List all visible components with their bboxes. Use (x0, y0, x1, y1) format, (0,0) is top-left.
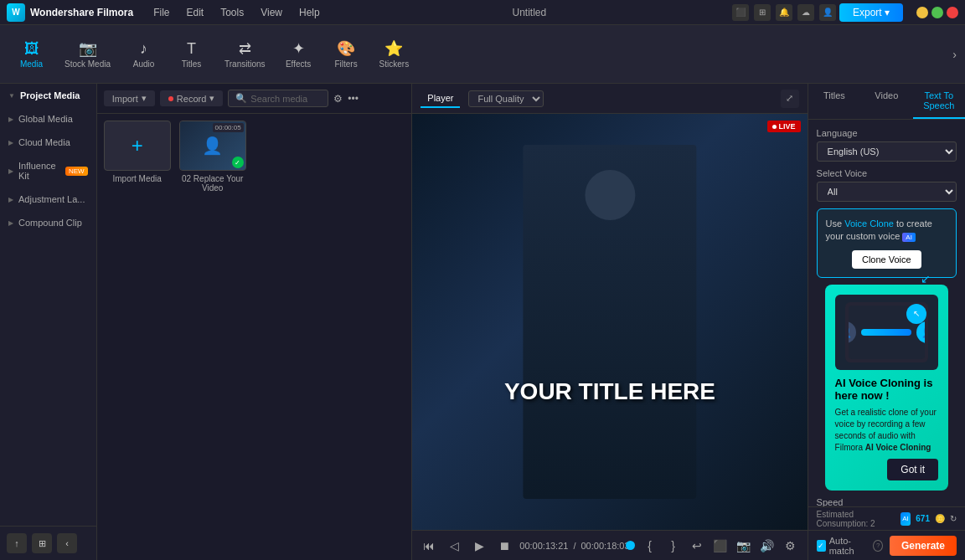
search-placeholder: Search media (250, 94, 307, 104)
tool-transitions[interactable]: ⇄ Transitions (216, 36, 274, 72)
current-time: 00:00:13:21 (519, 541, 568, 551)
icon-bell[interactable]: 🔔 (776, 4, 792, 21)
icon-user[interactable]: 👤 (819, 4, 836, 21)
speed-section: Speed Slow Normal Fast (817, 497, 957, 506)
extract-button[interactable]: ↩ (687, 536, 707, 556)
snapshot-button[interactable]: 📷 (734, 536, 754, 556)
toolbar: 🖼 Media 📷 Stock Media ♪ Audio T Titles ⇄… (0, 25, 965, 84)
bottom-icon-2[interactable]: ⊞ (32, 533, 52, 553)
left-panel: ▼ Project Media ▶ Global Media ▶ Cloud M… (0, 84, 97, 560)
skip-back-button[interactable]: ⏮ (419, 536, 439, 556)
mark-out-button[interactable]: } (663, 536, 684, 556)
tool-audio[interactable]: ♪ Audio (121, 37, 167, 72)
voice-label: Select Voice (817, 168, 957, 178)
tab-titles[interactable]: Titles (808, 84, 860, 119)
import-thumb[interactable]: + (104, 121, 171, 171)
media-item-video: 👤 00:00:05 ✓ 02 Replace Your Video (179, 121, 246, 193)
settings-button[interactable]: ⚙ (781, 536, 801, 556)
sidebar-label-project-media: Project Media (20, 90, 80, 100)
import-button[interactable]: Import ▾ (104, 90, 155, 106)
bottom-controls: ✓ Auto-match ? Generate (808, 530, 965, 560)
filter-icon[interactable]: ⚙ (333, 93, 343, 105)
close-button[interactable]: × (947, 7, 958, 18)
new-badge: NEW (65, 167, 88, 176)
sidebar-item-compound-clip[interactable]: ▶ Compound Clip (0, 211, 96, 234)
ai-popup-inner: 👤 👤 ↖ (845, 302, 928, 362)
record-button[interactable]: Record ▾ (160, 90, 223, 106)
tool-titles[interactable]: T Titles (168, 37, 214, 72)
sidebar-item-global-media[interactable]: ▶ Global Media (0, 107, 96, 131)
menu-view[interactable]: View (254, 5, 289, 20)
main-layout: ▼ Project Media ▶ Global Media ▶ Cloud M… (0, 84, 965, 560)
video-thumb[interactable]: 👤 00:00:05 ✓ (179, 121, 246, 171)
play-button[interactable]: ▶ (469, 536, 489, 556)
tool-effects[interactable]: ✦ Effects (276, 36, 322, 72)
live-badge: LIVE (767, 121, 801, 132)
menu-help[interactable]: Help (292, 5, 327, 20)
quality-select[interactable]: Full Quality (468, 90, 544, 107)
minimize-button[interactable]: − (916, 7, 928, 18)
language-select[interactable]: English (US) (817, 141, 957, 162)
bottom-icon-collapse[interactable]: ‹ (57, 533, 77, 553)
ai-popup-title: AI Voice Cloning is here now ! (835, 377, 938, 402)
toolbar-more[interactable]: › (952, 48, 957, 61)
coin-icon: 🪙 (935, 514, 945, 523)
bottom-icon-1[interactable]: ↑ (7, 533, 27, 553)
tab-player[interactable]: Player (421, 90, 460, 108)
sidebar-label-adjustment: Adjustment La... (18, 194, 85, 204)
voice-group: Select Voice All (817, 168, 957, 202)
auto-match-checkbox[interactable]: ✓ (817, 540, 826, 552)
ai-avatar-1: 👤 (849, 321, 856, 343)
expand-arrow-6: ▶ (8, 219, 13, 227)
menu-bar: W Wondershare Filmora File Edit Tools Vi… (0, 0, 965, 25)
app-logo: W Wondershare Filmora (7, 3, 133, 22)
sidebar-item-influence-kit[interactable]: ▶ Influence Kit NEW (0, 154, 96, 188)
sidebar-label-global-media: Global Media (18, 114, 73, 124)
menu-edit[interactable]: Edit (179, 5, 210, 20)
ai-cursor-icon: ↖ (906, 304, 926, 324)
live-dot (772, 125, 777, 129)
search-box[interactable]: 🔍 Search media (228, 90, 328, 107)
stop-button[interactable]: ⏹ (494, 536, 514, 556)
sidebar-item-cloud-media[interactable]: ▶ Cloud Media (0, 131, 96, 154)
tool-stickers[interactable]: ⭐ Stickers (371, 36, 418, 72)
tool-filters[interactable]: 🎨 Filters (323, 36, 369, 72)
total-time: 00:00:18:03 (581, 541, 629, 551)
tab-video[interactable]: Video (860, 84, 912, 119)
export-button[interactable]: Export ▾ (839, 3, 903, 22)
refresh-icon[interactable]: ↻ (950, 514, 957, 523)
tool-stock-media[interactable]: 📷 Stock Media (56, 36, 119, 72)
tool-media[interactable]: 🖼 Media (8, 37, 54, 72)
auto-match-label[interactable]: ✓ Auto-match (817, 536, 867, 556)
top-icons: ⬛ ⊞ 🔔 ☁ 👤 (732, 4, 836, 21)
menu-tools[interactable]: Tools (214, 5, 250, 20)
effects-icon: ✦ (292, 39, 305, 58)
preview-icon-expand[interactable]: ⤢ (781, 90, 799, 108)
screen-btn[interactable]: ⬛ (710, 536, 730, 556)
sidebar-item-project-media[interactable]: ▼ Project Media (0, 84, 96, 107)
consumption-number: 671 (916, 514, 930, 523)
volume-button[interactable]: 🔊 (757, 536, 777, 556)
step-back-button[interactable]: ◁ (444, 536, 464, 556)
sidebar-item-adjustment[interactable]: ▶ Adjustment La... (0, 188, 96, 211)
expand-arrow-5: ▶ (8, 196, 13, 203)
maximize-button[interactable]: □ (931, 7, 943, 18)
menu-file[interactable]: File (147, 5, 176, 20)
generate-button[interactable]: Generate (890, 536, 957, 556)
more-icon[interactable]: ••• (348, 93, 359, 105)
clone-voice-button[interactable]: Clone Voice (852, 250, 921, 269)
got-it-button[interactable]: Got it (887, 459, 938, 480)
tool-stickers-label: Stickers (379, 59, 410, 69)
mark-in-button[interactable]: { (640, 536, 660, 556)
icon-grid[interactable]: ⊞ (754, 4, 771, 21)
icon-cloud[interactable]: ☁ (797, 4, 814, 21)
voice-select[interactable]: All (817, 182, 957, 202)
arrow-indicator: ↙ (921, 272, 931, 285)
info-icon[interactable]: ? (873, 540, 883, 552)
icon-monitor[interactable]: ⬛ (732, 4, 749, 21)
ai-popup-text-area: AI Voice Cloning is here now ! Get a rea… (835, 377, 938, 480)
auto-match-text: Auto-match (829, 536, 867, 556)
window-title: Untitled (512, 7, 546, 18)
voice-clone-link[interactable]: Voice Clone (844, 218, 894, 229)
tab-text-to-speech[interactable]: Text To Speech (913, 84, 965, 119)
